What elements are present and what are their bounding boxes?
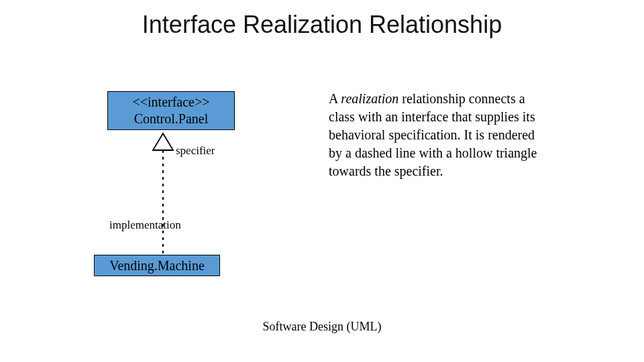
- footer-text: Software Design (UML): [0, 320, 644, 334]
- slide-title: Interface Realization Relationship: [0, 11, 644, 39]
- explanation-text: A realization relationship connects a cl…: [329, 90, 550, 180]
- interface-stereotype: <<interface>>: [108, 94, 234, 111]
- realization-connector: [0, 0, 644, 362]
- body-pre: A: [329, 91, 341, 106]
- uml-interface-box: <<interface>> Control.Panel: [107, 91, 235, 130]
- interface-name: Control.Panel: [108, 111, 234, 127]
- class-name: Vending.Machine: [95, 257, 219, 274]
- hollow-triangle-icon: [153, 133, 173, 150]
- implementation-label: implementation: [109, 219, 181, 232]
- uml-class-box: Vending.Machine: [94, 255, 220, 276]
- specifier-label: specifier: [176, 144, 215, 158]
- body-italic: realization: [341, 91, 398, 106]
